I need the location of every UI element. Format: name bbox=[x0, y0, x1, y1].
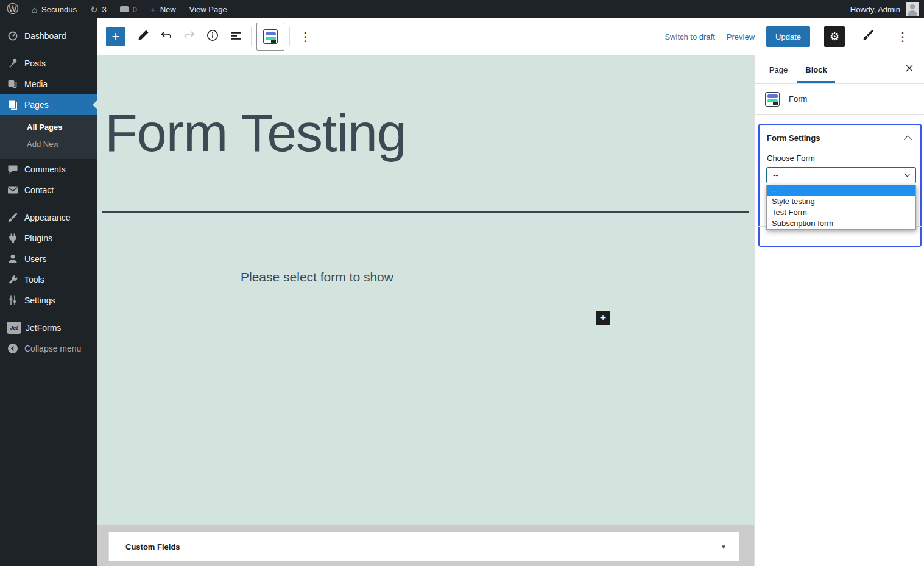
list-view-button[interactable] bbox=[224, 25, 247, 48]
new-content-menu[interactable]: + New bbox=[144, 0, 183, 18]
style-button[interactable] bbox=[856, 25, 880, 48]
block-card-title: Form bbox=[789, 94, 807, 104]
page-title[interactable]: Form Testing bbox=[105, 101, 406, 165]
brush-icon bbox=[7, 211, 19, 224]
tab-page[interactable]: Page bbox=[760, 55, 797, 83]
block-options-button[interactable]: ⋮ bbox=[294, 25, 317, 48]
custom-fields-metabox[interactable]: Custom Fields ▼ bbox=[108, 532, 739, 561]
settings-sidebar: Page Block Form Form Settings Choose For… bbox=[754, 55, 924, 566]
plus-icon: + bbox=[600, 312, 607, 325]
dropdown-option[interactable]: Style testing bbox=[767, 196, 915, 207]
sidebar-item-settings[interactable]: Settings bbox=[0, 290, 97, 311]
form-placeholder-text: Please select form to show bbox=[241, 270, 393, 285]
sidebar-item-appearance[interactable]: Appearance bbox=[0, 207, 97, 228]
add-block-button[interactable]: + bbox=[596, 311, 610, 325]
active-menu-arrow bbox=[93, 99, 98, 110]
site-name-menu[interactable]: ⌂ Secundus bbox=[25, 0, 83, 18]
list-view-icon bbox=[228, 28, 243, 45]
choose-form-label: Choose Form bbox=[760, 143, 920, 163]
metabox-title: Custom Fields bbox=[125, 542, 180, 551]
envelope-icon bbox=[7, 184, 19, 196]
form-settings-panel: Form Settings Choose Form -- -- Style te… bbox=[758, 124, 922, 247]
sidebar-item-users[interactable]: Users bbox=[0, 249, 97, 269]
plus-icon: + bbox=[150, 5, 156, 14]
wordpress-logo-icon: Ⓦ bbox=[7, 1, 18, 17]
chevron-down-icon bbox=[905, 171, 911, 177]
site-name-label: Secundus bbox=[41, 5, 77, 14]
tools-pencil-button[interactable] bbox=[132, 25, 155, 48]
dashboard-icon bbox=[7, 30, 19, 42]
plug-icon bbox=[7, 232, 19, 244]
pushpin-icon bbox=[7, 57, 19, 69]
dropdown-option[interactable]: Test Form bbox=[767, 207, 915, 218]
user-avatar[interactable] bbox=[906, 2, 919, 16]
undo-icon bbox=[159, 28, 174, 45]
choose-form-dropdown: -- Style testing Test Form Subscription … bbox=[766, 185, 916, 230]
tab-block[interactable]: Block bbox=[797, 55, 835, 83]
details-button[interactable] bbox=[201, 25, 224, 48]
close-settings-button[interactable] bbox=[903, 55, 915, 83]
view-page-menu[interactable]: View Page bbox=[183, 0, 234, 18]
gear-icon: ⚙ bbox=[830, 30, 839, 43]
undo-button[interactable] bbox=[155, 25, 178, 48]
dropdown-option[interactable]: -- bbox=[767, 185, 915, 196]
editor-toolbar: + ⋮ Switch to draft Preview Update ⚙ ⋮ bbox=[97, 18, 924, 55]
preview-link[interactable]: Preview bbox=[727, 32, 755, 41]
settings-toggle-button[interactable]: ⚙ bbox=[824, 26, 845, 47]
submenu-item-add-new[interactable]: Add New bbox=[0, 136, 97, 153]
separator-block[interactable] bbox=[102, 211, 749, 213]
redo-button[interactable] bbox=[178, 25, 201, 48]
howdy-label[interactable]: Howdy, Admin bbox=[850, 5, 900, 14]
comment-bubble-icon bbox=[120, 6, 129, 12]
editor-canvas: Form Testing Please select form to show … bbox=[97, 55, 754, 566]
updates-icon: ↻ bbox=[90, 5, 98, 14]
metabox-area: Custom Fields ▼ bbox=[97, 525, 754, 566]
switch-to-draft-link[interactable]: Switch to draft bbox=[665, 32, 714, 41]
editor-options-button[interactable]: ⋮ bbox=[891, 25, 914, 48]
pages-icon bbox=[7, 99, 19, 111]
collapse-icon bbox=[7, 342, 19, 355]
comments-count: 0 bbox=[133, 5, 137, 14]
inspector-tabs: Page Block bbox=[755, 55, 924, 84]
updates-menu[interactable]: ↻ 3 bbox=[83, 0, 113, 18]
sidebar-item-comments[interactable]: Comments bbox=[0, 159, 97, 180]
plus-icon: + bbox=[112, 29, 120, 44]
dropdown-triangle-icon: ▼ bbox=[721, 543, 727, 550]
info-icon bbox=[205, 28, 220, 45]
sidebar-item-media[interactable]: Media bbox=[0, 74, 97, 94]
sidebar-item-pages[interactable]: Pages bbox=[0, 94, 97, 115]
selected-block-button[interactable] bbox=[256, 23, 284, 51]
ellipsis-icon: ⋮ bbox=[897, 30, 909, 43]
sliders-icon bbox=[7, 294, 19, 306]
jetforms-icon: Jet bbox=[7, 322, 21, 334]
pencil-icon bbox=[136, 28, 150, 45]
form-block-icon bbox=[263, 29, 278, 44]
sidebar-item-contact[interactable]: Contact bbox=[0, 180, 97, 200]
sidebar-item-tools[interactable]: Tools bbox=[0, 269, 97, 290]
block-card: Form bbox=[755, 84, 924, 115]
close-icon bbox=[903, 62, 915, 77]
form-settings-title: Form Settings bbox=[767, 133, 820, 143]
sidebar-item-jetforms[interactable]: Jet JetForms bbox=[0, 317, 97, 338]
form-settings-header[interactable]: Form Settings bbox=[760, 125, 920, 143]
comments-menu[interactable]: 0 bbox=[113, 0, 144, 18]
paintbrush-icon bbox=[861, 28, 875, 45]
new-label: New bbox=[160, 5, 176, 14]
user-icon bbox=[7, 253, 19, 265]
wordpress-logo-menu[interactable]: Ⓦ bbox=[0, 0, 25, 18]
sidebar-item-posts[interactable]: Posts bbox=[0, 53, 97, 74]
admin-bar: Ⓦ ⌂ Secundus ↻ 3 0 + New View Page Howdy… bbox=[0, 0, 924, 18]
update-button[interactable]: Update bbox=[766, 26, 810, 47]
sidebar-item-plugins[interactable]: Plugins bbox=[0, 228, 97, 249]
submenu-item-all-pages[interactable]: All Pages bbox=[0, 119, 97, 136]
dropdown-option[interactable]: Subscription form bbox=[767, 218, 915, 229]
view-page-label: View Page bbox=[189, 5, 227, 14]
sidebar-item-dashboard[interactable]: Dashboard bbox=[0, 26, 97, 46]
home-icon: ⌂ bbox=[32, 5, 37, 14]
choose-form-select[interactable]: -- bbox=[766, 167, 916, 183]
sidebar-item-collapse-menu[interactable]: Collapse menu bbox=[0, 338, 97, 359]
comment-icon bbox=[7, 163, 19, 175]
block-inserter-button[interactable]: + bbox=[106, 27, 125, 46]
pages-submenu: All Pages Add New bbox=[0, 115, 97, 159]
admin-sidebar: Dashboard Posts Media Pages All Pages Ad… bbox=[0, 18, 97, 566]
